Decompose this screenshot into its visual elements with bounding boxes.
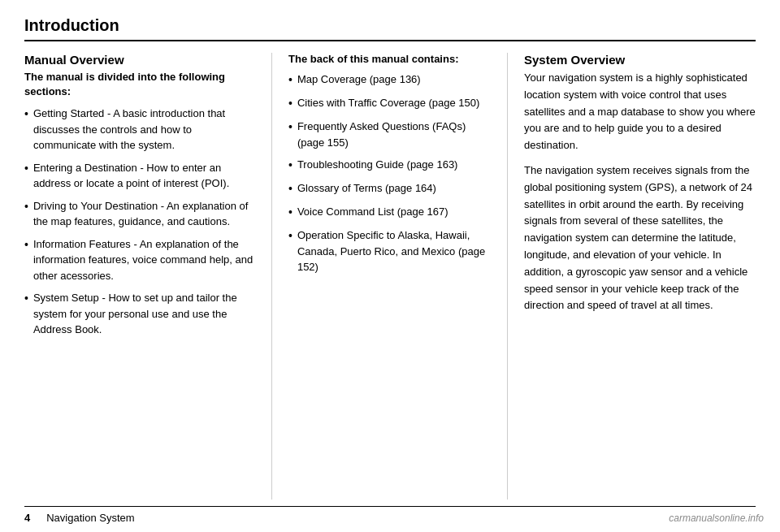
system-overview-body: Your navigation system is a highly sophi…	[524, 70, 756, 314]
system-overview-title: System Overview	[524, 53, 756, 67]
page-number: 4	[24, 512, 30, 524]
back-bullet-4: Troubleshooting Guide (page 163)	[288, 157, 491, 174]
system-overview-para2: The navigation system receives signals f…	[524, 162, 756, 314]
back-bullet-5: Glossary of Terms (page 164)	[288, 180, 491, 197]
page-container: Introduction Manual Overview The manual …	[0, 0, 780, 532]
watermark: carmanualsonline.info	[669, 513, 764, 524]
column-left: Manual Overview The manual is divided in…	[24, 53, 272, 500]
bullet-item-2: Entering a Destination - How to enter an…	[24, 160, 255, 192]
manual-overview-bullets: Getting Started - A basic introduction t…	[24, 106, 255, 338]
column-middle: The back of this manual contains: Map Co…	[272, 53, 508, 500]
bullet-item-4: Information Features - An explanation of…	[24, 236, 255, 284]
bullet-item-5: System Setup - How to set up and tailor …	[24, 290, 255, 338]
page-footer: 4 Navigation System	[24, 506, 756, 524]
system-overview-para1: Your navigation system is a highly sophi…	[524, 70, 756, 154]
bullet-item-1: Getting Started - A basic introduction t…	[24, 106, 255, 154]
back-bullet-1: Map Coverage (page 136)	[288, 71, 491, 89]
footer-nav-title: Navigation System	[46, 512, 134, 524]
back-contains-bullets: Map Coverage (page 136) Cities with Traf…	[288, 71, 491, 275]
manual-overview-title: Manual Overview	[24, 53, 255, 67]
back-bullet-6: Voice Command List (page 167)	[288, 204, 491, 221]
content-columns: Manual Overview The manual is divided in…	[24, 53, 756, 500]
manual-overview-subtitle: The manual is divided into the following…	[24, 70, 255, 99]
bullet-item-3: Driving to Your Destination - An explana…	[24, 198, 255, 230]
page-title: Introduction	[24, 16, 756, 41]
column-right: System Overview Your navigation system i…	[508, 53, 756, 500]
back-bullet-2: Cities with Traffic Coverage (page 150)	[288, 95, 491, 112]
back-bullet-3: Frequently Asked Questions (FAQs) (page …	[288, 119, 491, 150]
back-contains-title: The back of this manual contains:	[288, 53, 491, 65]
back-bullet-7: Operation Specific to Alaska, Hawaii, Ca…	[288, 227, 491, 275]
